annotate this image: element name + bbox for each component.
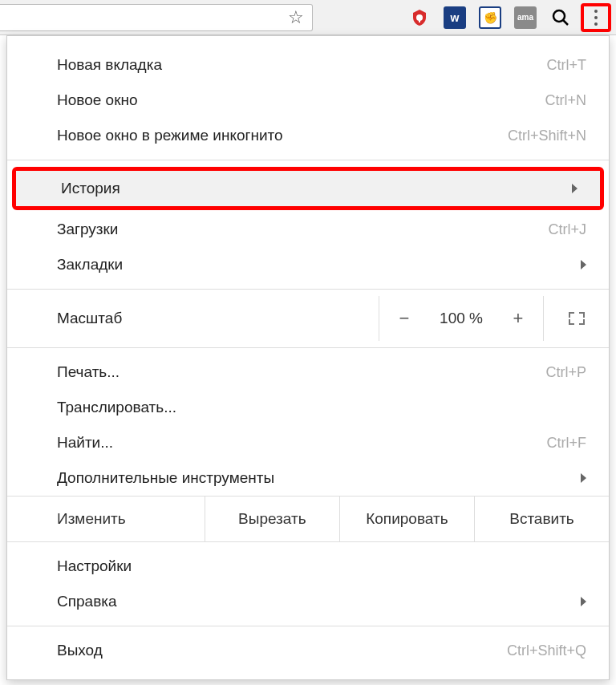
menu-item-shortcut: Ctrl+Shift+Q (507, 642, 586, 659)
menu-new-window[interactable]: Новое окно Ctrl+N (7, 83, 609, 118)
menu-item-label: Найти... (57, 434, 547, 452)
zoom-out-button[interactable]: − (379, 296, 429, 341)
menu-item-shortcut: Ctrl+T (547, 57, 587, 74)
menu-item-shortcut: Ctrl+F (547, 435, 587, 452)
menu-item-label: Настройки (57, 557, 586, 575)
fullscreen-button[interactable] (543, 296, 609, 341)
zoom-value: 100 % (429, 310, 493, 327)
menu-edit-row: Изменить Вырезать Копировать Вставить (7, 496, 609, 542)
toolbar-icons: w ✊ ama (313, 3, 616, 32)
menu-new-tab[interactable]: Новая вкладка Ctrl+T (7, 47, 609, 83)
menu-item-label: Новое окно в режиме инкогнито (57, 127, 508, 144)
browser-toolbar: ☆ w ✊ ama (0, 0, 616, 35)
menu-item-shortcut: Ctrl+N (545, 92, 586, 109)
kebab-menu-icon (594, 10, 598, 26)
menu-print[interactable]: Печать... Ctrl+P (7, 355, 609, 390)
menu-separator (7, 160, 609, 160)
menu-bookmarks[interactable]: Закладки (7, 247, 609, 282)
menu-find[interactable]: Найти... Ctrl+F (7, 425, 609, 460)
menu-copy[interactable]: Копировать (340, 497, 475, 541)
svg-point-2 (553, 10, 565, 22)
menu-paste[interactable]: Вставить (475, 497, 609, 541)
menu-more-tools[interactable]: Дополнительные инструменты (7, 460, 609, 496)
menu-cut[interactable]: Вырезать (205, 497, 340, 541)
address-bar[interactable]: ☆ (0, 4, 313, 31)
menu-help[interactable]: Справка (7, 584, 609, 619)
menu-cast[interactable]: Транслировать... (7, 390, 609, 425)
search-icon[interactable] (545, 4, 576, 31)
menu-item-label: Выход (57, 642, 507, 659)
bookmark-star-icon[interactable]: ☆ (288, 7, 304, 28)
extension-ublock-icon[interactable] (404, 4, 435, 31)
menu-edit-label: Изменить (7, 497, 205, 541)
extension-fist-icon[interactable]: ✊ (475, 4, 505, 31)
menu-history[interactable]: История (16, 171, 600, 206)
menu-separator (7, 347, 609, 348)
chevron-right-icon (581, 597, 586, 606)
fullscreen-icon (569, 312, 585, 325)
menu-item-label: Закладки (57, 256, 573, 274)
chevron-right-icon (581, 260, 586, 270)
menu-incognito[interactable]: Новое окно в режиме инкогнито Ctrl+Shift… (7, 118, 609, 153)
menu-item-label: Новая вкладка (57, 56, 547, 74)
main-menu-button[interactable] (581, 3, 611, 32)
menu-item-shortcut: Ctrl+J (548, 221, 586, 238)
menu-item-shortcut: Ctrl+Shift+N (508, 128, 586, 144)
menu-item-label: Дополнительные инструменты (57, 469, 573, 487)
zoom-in-button[interactable]: + (493, 296, 543, 341)
menu-item-label: Новое окно (57, 91, 545, 109)
menu-item-label: Транслировать... (57, 399, 586, 416)
menu-item-label: Печать... (57, 363, 545, 381)
extension-vk-icon[interactable]: w (440, 4, 470, 31)
chevron-right-icon (581, 473, 586, 483)
menu-downloads[interactable]: Загрузки Ctrl+J (7, 212, 609, 247)
menu-item-label: Загрузки (57, 221, 548, 238)
menu-item-label: Справка (57, 593, 573, 610)
svg-line-3 (563, 20, 568, 25)
menu-zoom: Масштаб − 100 % + (7, 296, 609, 341)
menu-item-label: Масштаб (57, 310, 379, 327)
menu-settings[interactable]: Настройки (7, 549, 609, 584)
menu-separator (7, 626, 609, 626)
extension-ama-icon[interactable]: ama (510, 4, 541, 31)
highlight-annotation: История (12, 167, 604, 210)
menu-exit[interactable]: Выход Ctrl+Shift+Q (7, 633, 609, 668)
svg-rect-1 (419, 19, 420, 22)
chevron-right-icon (572, 184, 578, 193)
menu-separator (7, 289, 609, 290)
menu-item-shortcut: Ctrl+P (545, 364, 586, 381)
menu-item-label: История (61, 180, 564, 197)
main-menu-dropdown: Новая вкладка Ctrl+T Новое окно Ctrl+N Н… (6, 35, 610, 680)
zoom-controls: − 100 % + (379, 296, 543, 341)
